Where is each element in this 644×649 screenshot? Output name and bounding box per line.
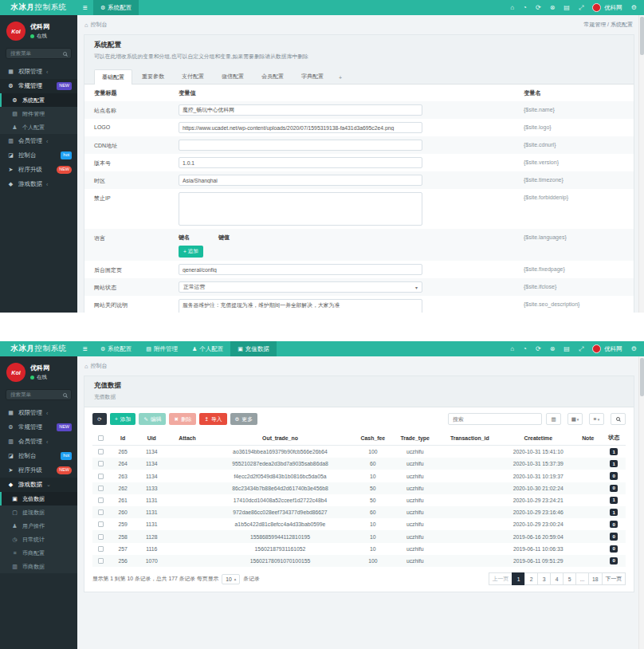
- per-page-select[interactable]: 10 ▴: [222, 574, 240, 584]
- row-checkbox[interactable]: [98, 546, 104, 552]
- table-header-cell[interactable]: Attach: [167, 431, 208, 446]
- refresh-icon[interactable]: ⟳: [536, 346, 541, 352]
- config-tab[interactable]: +: [333, 71, 348, 84]
- home-icon[interactable]: ⌂: [510, 5, 514, 11]
- scrollbar[interactable]: [638, 15, 644, 313]
- app-brand[interactable]: 水冰月控制系统: [0, 341, 77, 356]
- table-header-cell[interactable]: Out_trade_no: [207, 431, 352, 446]
- sidebar-item[interactable]: ♟ 个人配置: [0, 120, 77, 134]
- sidebar-item[interactable]: ➤ 程序升级 NEW: [0, 163, 77, 177]
- columns-button[interactable]: ▦▾: [567, 413, 583, 425]
- config-tab[interactable]: 字典配置: [293, 69, 332, 84]
- cdn-input[interactable]: [179, 140, 422, 151]
- row-checkbox[interactable]: [98, 509, 104, 515]
- row-checkbox[interactable]: [98, 558, 104, 564]
- site-status-select[interactable]: 正常运营 ▾: [179, 281, 422, 293]
- fullscreen-icon[interactable]: ⤢: [579, 5, 583, 11]
- sidebar-item[interactable]: ▢ 提现数据: [0, 505, 77, 519]
- page-button[interactable]: 18: [588, 572, 603, 585]
- table-header-cell[interactable]: 状态: [603, 431, 626, 446]
- sidebar-item[interactable]: ▥ 会员管理 ‹: [0, 435, 77, 449]
- sidebar-item[interactable]: ◆ 游戏数据 ‹: [0, 177, 77, 191]
- clear-cache-icon[interactable]: ⊗: [550, 5, 556, 11]
- page-button[interactable]: ...: [575, 572, 589, 585]
- toggle-view-button[interactable]: ▥: [546, 413, 561, 425]
- table-header-cell[interactable]: Uid: [136, 431, 167, 446]
- sidebar-item[interactable]: ♟ 用户操作: [0, 519, 77, 533]
- breadcrumb-home[interactable]: ⌂ 控制台: [84, 362, 108, 370]
- logo-input[interactable]: [179, 122, 422, 133]
- row-checkbox[interactable]: [98, 474, 104, 479]
- export-button[interactable]: ≡▾: [589, 413, 604, 425]
- topbar-tab[interactable]: ▣ 充值数据: [230, 341, 277, 356]
- close-note-textarea[interactable]: 服务器维护注：充值提现为准，维护期间一并全部解决，大家为准: [179, 299, 422, 313]
- settings-gear-icon[interactable]: ⚙: [631, 5, 637, 11]
- timezone-input[interactable]: [179, 175, 422, 186]
- sidebar-item[interactable]: ▥ 会员管理 ‹: [0, 134, 77, 148]
- sidebar-item[interactable]: ⚙ 常规管理 NEW: [0, 79, 77, 93]
- sidebar-item[interactable]: ◷ 日常统计: [0, 533, 77, 546]
- scrollbar-thumb[interactable]: [640, 17, 644, 55]
- fixedpage-input[interactable]: [179, 264, 422, 275]
- row-checkbox[interactable]: [98, 486, 104, 491]
- table-header-cell[interactable]: Note: [574, 431, 602, 446]
- site-name-input[interactable]: [179, 104, 422, 116]
- more-button[interactable]: ⚙ 更多: [230, 413, 257, 425]
- user-menu[interactable]: 优科网: [592, 344, 622, 353]
- edit-button[interactable]: ✎ 编辑: [139, 413, 166, 425]
- table-header-cell[interactable]: Id: [109, 431, 135, 446]
- page-button[interactable]: 5: [563, 572, 576, 585]
- page-button[interactable]: 4: [550, 572, 564, 585]
- version-input[interactable]: [179, 157, 422, 168]
- home-icon[interactable]: ⌂: [510, 346, 514, 352]
- row-checkbox[interactable]: [98, 498, 104, 503]
- select-all-checkbox[interactable]: [98, 435, 104, 441]
- app-brand[interactable]: 水冰月控制系统: [0, 0, 77, 15]
- advanced-search-button[interactable]: [611, 413, 626, 425]
- sidebar-item[interactable]: ➤ 程序升级 NEW: [0, 463, 77, 478]
- add-button[interactable]: + 添加: [110, 413, 135, 425]
- topbar-tab[interactable]: ⚙ 系统配置: [93, 341, 139, 356]
- page-button[interactable]: 3: [537, 572, 551, 585]
- config-tab[interactable]: 微信配置: [214, 69, 252, 84]
- config-tab[interactable]: 重要参数: [134, 69, 172, 84]
- import-button[interactable]: ↥ 导入: [199, 413, 226, 425]
- layout-icon[interactable]: ▤: [564, 346, 570, 352]
- row-checkbox[interactable]: [98, 449, 104, 454]
- user-menu[interactable]: 优科网: [592, 3, 622, 12]
- menu-toggle-icon[interactable]: ≡: [77, 0, 93, 15]
- page-button[interactable]: 2: [524, 572, 538, 585]
- sidebar-item[interactable]: ≡ 币商配置: [0, 546, 77, 560]
- bell-icon[interactable]: ◔: [523, 346, 527, 352]
- bell-icon[interactable]: ◔: [523, 5, 527, 11]
- row-checkbox[interactable]: [98, 461, 104, 466]
- sidebar-item[interactable]: ◪ 控制台 hot: [0, 449, 77, 463]
- sidebar-item[interactable]: ▨ 附件管理: [0, 107, 77, 120]
- topbar-tab-system-config[interactable]: ⚙ 系统配置: [93, 0, 139, 15]
- config-tab[interactable]: 基础配置: [94, 69, 132, 85]
- sidebar-item[interactable]: ▥ 币商数据: [0, 560, 77, 573]
- table-header-cell[interactable]: Trade_type: [393, 431, 437, 446]
- sidebar-item[interactable]: ▦ 权限管理 ‹: [0, 65, 77, 79]
- menu-toggle-icon[interactable]: ≡: [77, 341, 93, 356]
- sidebar-item[interactable]: ⚙ 系统配置: [0, 93, 77, 107]
- sidebar-item[interactable]: ◆ 游戏数据 ⌄: [0, 478, 77, 492]
- table-header-cell[interactable]: Cash_fee: [352, 431, 393, 446]
- page-button[interactable]: 上一页: [489, 572, 512, 585]
- page-button[interactable]: 1: [512, 572, 525, 585]
- row-checkbox[interactable]: [98, 534, 104, 540]
- sidebar-item[interactable]: ▦ 权限管理 ‹: [0, 406, 77, 420]
- sidebar-item[interactable]: ▣ 充值数据: [0, 492, 77, 505]
- scrollbar-thumb[interactable]: [640, 358, 644, 396]
- fullscreen-icon[interactable]: ⤢: [579, 346, 583, 352]
- table-header-cell[interactable]: Createtime: [502, 431, 574, 446]
- forbidden-ip-textarea[interactable]: [179, 192, 422, 226]
- scrollbar[interactable]: [638, 356, 644, 649]
- topbar-tab[interactable]: ♟ 个人配置: [185, 341, 230, 356]
- refresh-icon[interactable]: ⟳: [536, 5, 541, 11]
- append-button[interactable]: + 追加: [179, 246, 203, 258]
- refresh-button[interactable]: ⟳: [92, 413, 107, 425]
- clear-cache-icon[interactable]: ⊗: [550, 346, 556, 352]
- delete-button[interactable]: ✖ 删除: [169, 413, 196, 425]
- settings-gear-icon[interactable]: ⚙: [631, 346, 637, 352]
